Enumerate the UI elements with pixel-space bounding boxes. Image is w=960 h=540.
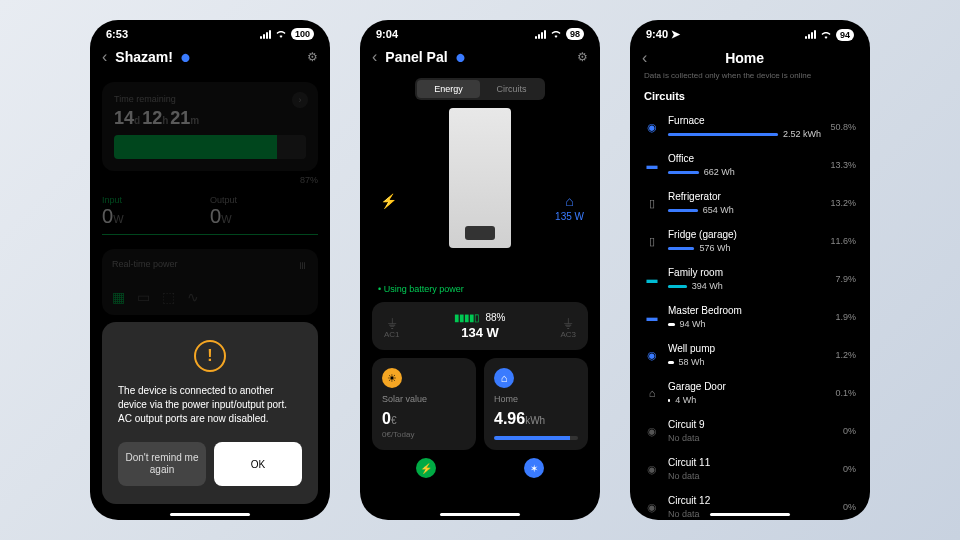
gear-icon[interactable]: ⚙ <box>577 50 588 64</box>
input-block[interactable]: Input 0W <box>102 195 210 234</box>
panel-device-image[interactable] <box>449 108 511 248</box>
output-value: 0W <box>210 205 318 228</box>
circuit-percent: 1.2% <box>824 350 856 360</box>
header: ‹ Panel Pal ⬤ ⚙ <box>360 44 600 70</box>
status-right: 98 <box>535 28 584 40</box>
sun-icon: ☀ <box>382 368 402 388</box>
page-title: Home <box>725 50 764 66</box>
solar-value: 0€ <box>382 410 466 428</box>
chart-icon[interactable]: ⫼ <box>298 259 308 270</box>
battery-tab-icon[interactable]: ⚡ <box>416 458 436 478</box>
home-indicator[interactable] <box>170 513 250 516</box>
home-indicator[interactable] <box>440 513 520 516</box>
realtime-icons: ▦ ▭ ⬚ ∿ <box>112 289 308 305</box>
tab-circuits[interactable]: Circuits <box>480 80 543 98</box>
circuit-name: Garage Door <box>668 381 816 392</box>
circuit-row[interactable]: ▯Fridge (garage)576 Wh11.6% <box>644 222 856 260</box>
car-icon[interactable]: ⬚ <box>162 289 175 305</box>
realtime-card: Real-time power ⫼ ▦ ▭ ⬚ ∿ <box>102 249 318 315</box>
port-icon[interactable]: ▭ <box>137 289 150 305</box>
settings-tab-icon[interactable]: ✶ <box>524 458 544 478</box>
plug-icon: ⏚ <box>560 314 576 330</box>
tab-energy[interactable]: Energy <box>417 80 480 98</box>
status-right: 94 <box>805 29 854 41</box>
circuit-row[interactable]: ◉Furnace2.52 kWh50.8% <box>644 108 856 146</box>
circuit-name: Office <box>668 153 816 164</box>
circuit-bar <box>668 285 687 288</box>
circuit-percent: 0.1% <box>824 388 856 398</box>
misc-icon[interactable]: ∿ <box>187 289 199 305</box>
circuit-row[interactable]: ◉Circuit 9No data0% <box>644 412 856 450</box>
phone-panel-pal: 9:04 98 ‹ Panel Pal ⬤ ⚙ Energy Circuits … <box>360 20 600 520</box>
back-icon[interactable]: ‹ <box>102 48 107 66</box>
circuit-list[interactable]: ◉Furnace2.52 kWh50.8%▬Office662 Wh13.3%▯… <box>630 108 870 520</box>
battery-bars-icon: ▮▮▮▮▯ <box>454 312 479 323</box>
chevron-right-icon[interactable]: › <box>292 92 308 108</box>
home-value: 4.96kWh <box>494 410 578 428</box>
phone-home-circuits: 9:40 ➤ 94 ‹ Home Data is collected only … <box>630 20 870 520</box>
home-load-icon[interactable]: ⌂ 135 W <box>555 193 584 222</box>
wifi-icon <box>275 28 287 40</box>
circuit-value: 94 Wh <box>680 319 706 329</box>
circuit-percent: 50.8% <box>824 122 856 132</box>
solar-card[interactable]: ☀ Solar value 0€ 0€/Today <box>372 358 476 450</box>
circuit-row[interactable]: ⌂Garage Door4 Wh0.1% <box>644 374 856 412</box>
wifi-icon <box>820 29 832 41</box>
circuit-row[interactable]: ▯Refrigerator654 Wh13.2% <box>644 184 856 222</box>
tabs: Energy Circuits <box>415 78 545 100</box>
phone-shazam: 6:53 100 ‹ Shazam! ⬤ ⚙ Time remaining 14… <box>90 20 330 520</box>
circuit-name: Furnace <box>668 115 816 126</box>
circuit-body: Well pump58 Wh <box>668 343 816 367</box>
circuit-row[interactable]: ▬Office662 Wh13.3% <box>644 146 856 184</box>
ac1[interactable]: ⏚AC1 <box>384 314 400 339</box>
ac3[interactable]: ⏚AC3 <box>560 314 576 339</box>
circuit-bar-row: 2.52 kWh <box>668 129 816 139</box>
gear-icon[interactable]: ⚙ <box>307 50 318 64</box>
realtime-label: Real-time power <box>112 259 308 269</box>
power-source-status: Using battery power <box>378 284 582 294</box>
circuit-row[interactable]: ◉Circuit 11No data0% <box>644 450 856 488</box>
input-value: 0W <box>102 205 210 228</box>
circuit-icon: ▯ <box>644 195 660 211</box>
circuit-name: Master Bedroom <box>668 305 816 316</box>
ok-button[interactable]: OK <box>214 442 302 486</box>
status-time: 9:40 ➤ <box>646 28 680 41</box>
output-block[interactable]: Output 0W <box>210 195 318 234</box>
dont-remind-button[interactable]: Don't remind me again <box>118 442 206 486</box>
circuit-bar-row: 394 Wh <box>668 281 816 291</box>
time-remaining-card[interactable]: Time remaining 14d12h21m 87% › <box>102 82 318 171</box>
header: ‹ Shazam! ⬤ ⚙ <box>90 44 330 70</box>
dimmed-content: Time remaining 14d12h21m 87% › Input 0W … <box>90 70 330 327</box>
status-bar: 9:40 ➤ 94 <box>630 20 870 45</box>
panel-diagram: ⚡ ⌂ 135 W <box>372 108 588 278</box>
circuit-row[interactable]: ▬Master Bedroom94 Wh1.9% <box>644 298 856 336</box>
circuit-row[interactable]: ◉Well pump58 Wh1.2% <box>644 336 856 374</box>
circuit-row[interactable]: ▬Family room394 Wh7.9% <box>644 260 856 298</box>
home-indicator[interactable] <box>710 513 790 516</box>
circuit-value: 654 Wh <box>703 205 734 215</box>
back-icon[interactable]: ‹ <box>642 49 647 67</box>
grid-icon[interactable]: ▦ <box>112 289 125 305</box>
circuit-body: Office662 Wh <box>668 153 816 177</box>
tower-icon[interactable]: ⚡ <box>380 193 397 209</box>
wifi-icon <box>550 28 562 40</box>
device-wifi-icon: ⬤ <box>181 53 190 62</box>
time-remaining-label: Time remaining <box>114 94 306 104</box>
location-icon: ➤ <box>671 28 680 40</box>
circuit-bar <box>668 323 675 326</box>
circuit-value: 576 Wh <box>699 243 730 253</box>
home-card[interactable]: ⌂ Home 4.96kWh <box>484 358 588 450</box>
warning-icon: ! <box>194 340 226 372</box>
circuit-nodata: No data <box>668 433 816 443</box>
back-icon[interactable]: ‹ <box>372 48 377 66</box>
circuit-percent: 13.3% <box>824 160 856 170</box>
page-title: Panel Pal <box>385 49 447 65</box>
circuit-bar <box>668 399 670 402</box>
circuit-icon: ◉ <box>644 423 660 439</box>
circuit-bar-row: 654 Wh <box>668 205 816 215</box>
circuit-bar-row: 4 Wh <box>668 395 816 405</box>
circuit-name: Family room <box>668 267 816 278</box>
circuit-body: Refrigerator654 Wh <box>668 191 816 215</box>
circuit-percent: 13.2% <box>824 198 856 208</box>
home-watts: 135 W <box>555 211 584 222</box>
